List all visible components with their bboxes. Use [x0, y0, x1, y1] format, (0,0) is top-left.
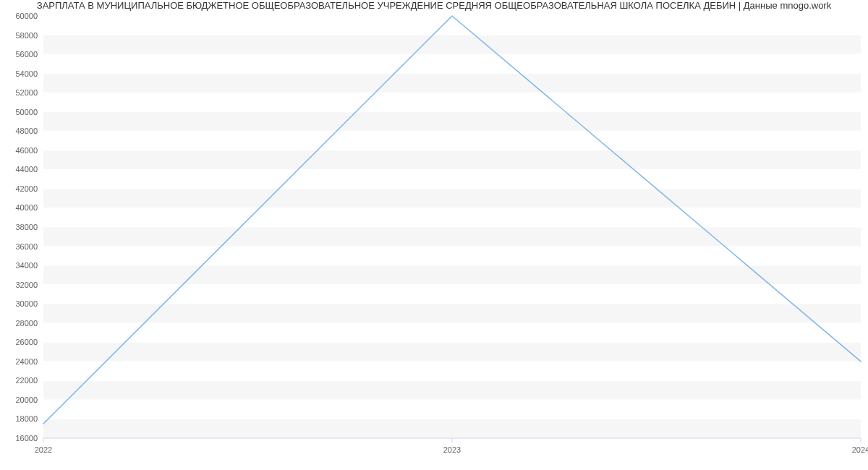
y-tick-label: 56000 — [15, 50, 38, 59]
y-tick-label: 40000 — [15, 203, 38, 212]
y-tick-label: 50000 — [15, 108, 38, 116]
y-tick-label: 52000 — [15, 88, 38, 97]
y-tick-label: 22000 — [15, 376, 38, 385]
y-tick-label: 38000 — [15, 223, 38, 231]
svg-rect-3 — [43, 304, 861, 323]
y-tick-label: 44000 — [15, 165, 38, 174]
y-tick-label: 60000 — [15, 12, 38, 20]
x-tick-label: 2024 — [852, 445, 868, 454]
chart-svg: 1600018000200002200024000260002800030000… — [0, 0, 868, 470]
y-tick-label: 18000 — [15, 414, 38, 423]
y-tick-label: 16000 — [15, 434, 38, 443]
y-tick-label: 54000 — [15, 69, 38, 78]
y-tick-label: 58000 — [15, 31, 38, 40]
y-tick-label: 26000 — [15, 338, 38, 346]
y-tick-label: 28000 — [15, 319, 38, 328]
svg-rect-10 — [43, 35, 861, 55]
x-tick-label: 2023 — [443, 445, 461, 454]
y-tick-label: 36000 — [15, 242, 38, 251]
x-tick-label: 2022 — [35, 445, 52, 454]
chart-title: ЗАРПЛАТА В МУНИЦИПАЛЬНОЕ БЮДЖЕТНОЕ ОБЩЕО… — [0, 0, 868, 11]
y-tick-label: 34000 — [15, 261, 38, 270]
svg-rect-2 — [43, 342, 861, 362]
svg-rect-8 — [43, 112, 861, 132]
y-tick-label: 32000 — [15, 281, 38, 289]
svg-rect-6 — [43, 189, 861, 208]
chart-container: ЗАРПЛАТА В МУНИЦИПАЛЬНОЕ БЮДЖЕТНОЕ ОБЩЕО… — [0, 0, 868, 470]
svg-rect-7 — [43, 150, 861, 170]
svg-rect-1 — [43, 380, 861, 400]
y-tick-label: 46000 — [15, 146, 38, 155]
svg-rect-5 — [43, 227, 861, 247]
y-tick-label: 48000 — [15, 127, 38, 135]
y-tick-label: 30000 — [15, 299, 38, 308]
svg-rect-4 — [43, 265, 861, 285]
y-tick-label: 20000 — [15, 396, 38, 404]
y-tick-label: 24000 — [15, 357, 38, 366]
svg-rect-9 — [43, 74, 861, 93]
y-tick-label: 42000 — [15, 184, 38, 193]
svg-rect-0 — [43, 419, 861, 438]
